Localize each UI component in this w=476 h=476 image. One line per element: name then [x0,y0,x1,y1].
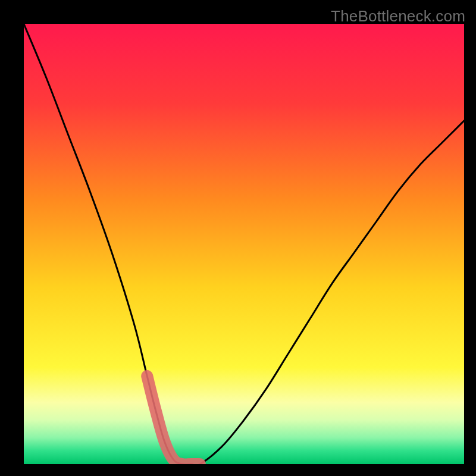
plot-area [24,24,464,464]
chart-frame: TheBottleneck.com [0,0,476,476]
highlight-band [147,376,200,464]
bottleneck-curve [24,24,464,464]
curve-layer [24,24,464,464]
watermark-text: TheBottleneck.com [331,7,465,26]
